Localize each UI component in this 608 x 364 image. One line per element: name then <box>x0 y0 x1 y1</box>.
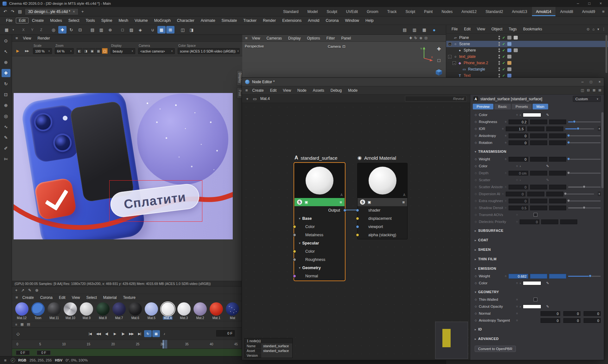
tab-close-icon[interactable]: × <box>73 9 75 14</box>
attribute-row[interactable]: ◇ Scatter ○ › ✎ <box>470 176 604 183</box>
attribute-tab[interactable]: Basic <box>494 104 511 109</box>
parameter-port-icon[interactable]: ○ <box>516 213 518 216</box>
value-slider[interactable] <box>568 121 601 122</box>
node-port-row[interactable]: Roughness <box>294 256 345 264</box>
section-caret-icon[interactable]: ▾ <box>475 290 476 294</box>
large-view-icon[interactable]: ▤ <box>27 322 30 326</box>
material-preview-sphere[interactable] <box>96 302 110 316</box>
zoom-dropdown[interactable]: 64 %▾ <box>55 48 74 54</box>
workplane-mode-button[interactable]: ◈ <box>136 26 144 34</box>
material-preview-sphere[interactable] <box>193 302 207 316</box>
attribute-row[interactable]: ▸ ◇ THIN FILM ○ <box>470 255 604 263</box>
tag-chip[interactable] <box>507 67 511 71</box>
value-field-z[interactable] <box>546 192 563 196</box>
section-caret-icon[interactable]: ▸ <box>475 337 476 341</box>
minimize-button[interactable]: – <box>581 80 584 84</box>
dropdown-caret-icon[interactable]: ▾ <box>598 192 601 196</box>
section-caret-icon[interactable]: ▸ <box>475 257 476 261</box>
value-field-y[interactable] <box>530 206 547 210</box>
menu-item[interactable]: Material <box>100 295 120 300</box>
menu-item[interactable]: View <box>474 26 488 32</box>
node-header-bar[interactable]: S ▣ ≡ <box>294 198 345 206</box>
material-item[interactable]: Mat.2 <box>193 302 207 320</box>
menu-item[interactable]: Assets <box>310 88 327 93</box>
locked-workplane-button[interactable]: ◫ <box>179 26 187 34</box>
value-field[interactable]: 0.5 <box>509 206 528 210</box>
attribute-row[interactable]: ▸ ◇ SHEEN ○ <box>470 245 604 254</box>
value-field[interactable]: 0 <box>541 318 560 323</box>
zoom-view-icon[interactable]: ⊕ <box>420 36 422 40</box>
ipr-restart-button[interactable]: ▶▶ <box>24 48 30 54</box>
menu-item[interactable]: Render <box>35 35 53 41</box>
brush-tool-button[interactable]: ✐ <box>2 144 10 152</box>
object-tree-row[interactable]: ▭ Rectangle ✓ <box>446 66 608 72</box>
input-port[interactable] <box>293 266 296 269</box>
interactive-workplane-button[interactable]: ◨ <box>187 26 196 34</box>
tag-chip[interactable] <box>507 48 511 52</box>
node-editor-titlebar[interactable]: Node Editor * – □ × <box>242 78 604 86</box>
parameter-port-icon[interactable]: ○ <box>516 319 518 322</box>
close-button[interactable]: × <box>598 80 601 84</box>
material-preview-sphere[interactable] <box>112 302 126 316</box>
frame-icon[interactable]: □ <box>437 58 440 63</box>
redo-button[interactable]: ↷ <box>10 9 15 14</box>
node-port-row[interactable]: Normal <box>294 272 345 280</box>
value-field[interactable]: 1.5 <box>506 126 525 131</box>
menu-item[interactable]: Display <box>285 35 303 41</box>
snapshot-a-icon[interactable]: ◧ <box>77 48 82 54</box>
material-preview-sphere[interactable] <box>210 302 223 316</box>
menu-item[interactable]: Options <box>304 35 323 41</box>
pan-view-icon[interactable]: ✚ <box>409 36 412 40</box>
axis-y-lock-button[interactable]: Y <box>28 26 36 34</box>
value-field[interactable]: 0 <box>506 192 525 196</box>
material-item[interactable]: Mat.8 <box>96 302 110 320</box>
layout-panel-icon[interactable]: ▤ <box>401 26 409 34</box>
tag-chip[interactable] <box>507 74 511 77</box>
attribute-row[interactable]: ◇ Convert to OpenPBR ○ <box>470 345 604 352</box>
axis-modify-button[interactable]: ⊕ <box>2 101 10 109</box>
go-to-end-button[interactable]: ▶| <box>136 330 143 337</box>
menu-item[interactable]: Help <box>363 18 377 23</box>
value-slider[interactable] <box>568 201 601 201</box>
scale-tool-button[interactable]: ⊡ <box>76 26 84 34</box>
visibility-dots[interactable] <box>498 55 500 59</box>
tag-chip[interactable] <box>514 42 518 46</box>
next-key-button[interactable]: ▶▶ <box>128 330 135 337</box>
tag-chip[interactable] <box>514 74 518 77</box>
menu-item[interactable]: Arnold <box>305 18 322 23</box>
input-port[interactable] <box>293 250 296 253</box>
scale-tool-button[interactable]: ⊡ <box>2 90 10 99</box>
value-field-z[interactable] <box>549 140 566 145</box>
snap-toggle-button[interactable]: ∪ <box>149 26 157 34</box>
menu-item[interactable]: Spline <box>98 18 115 23</box>
value-field-z[interactable]: 0 <box>584 318 601 323</box>
visibility-dots[interactable] <box>498 61 500 65</box>
enable-check-icon[interactable]: ✓ <box>502 61 505 65</box>
keyframe-mode-button[interactable]: ▦ <box>152 330 160 337</box>
attribute-row[interactable]: ▾ ◇ GEOMETRY ○ <box>470 288 604 296</box>
value-field-y[interactable] <box>530 274 547 279</box>
node-port-row[interactable]: displacement <box>358 214 407 223</box>
parameter-port-icon[interactable]: ○ <box>505 171 506 175</box>
value-slider[interactable] <box>565 194 594 194</box>
node-port-row[interactable]: ▾ Geometry <box>294 264 345 272</box>
section-caret-icon[interactable]: ▸ <box>475 238 476 242</box>
group-caret-icon[interactable]: ▾ <box>299 266 301 269</box>
menu-item[interactable]: View <box>20 35 34 41</box>
edit-pencil-icon[interactable]: ✎ <box>546 164 549 168</box>
menu-item[interactable]: Cameras <box>263 35 285 41</box>
layout-window-icon[interactable]: ▥ <box>410 26 419 34</box>
layout-tab[interactable]: Paint <box>420 7 437 16</box>
minimize-button[interactable]: – <box>573 1 583 6</box>
menu-item[interactable]: Modes <box>47 18 65 23</box>
parameter-port-icon[interactable]: ○ <box>516 312 518 315</box>
layout-tab[interactable]: Arnold14 <box>532 7 555 16</box>
attribute-row[interactable]: ◇ Roughness ○ 0.2 <box>470 118 604 125</box>
value-field-z[interactable] <box>549 120 566 124</box>
tag-chip[interactable] <box>514 36 518 40</box>
tag-chip[interactable] <box>507 42 511 46</box>
input-port[interactable] <box>293 258 296 261</box>
material-item[interactable]: Mat.1 <box>209 302 224 320</box>
render-picture-viewer-button[interactable]: ▥ <box>97 26 105 34</box>
edit-pencil-icon[interactable]: ✎ <box>546 281 549 285</box>
